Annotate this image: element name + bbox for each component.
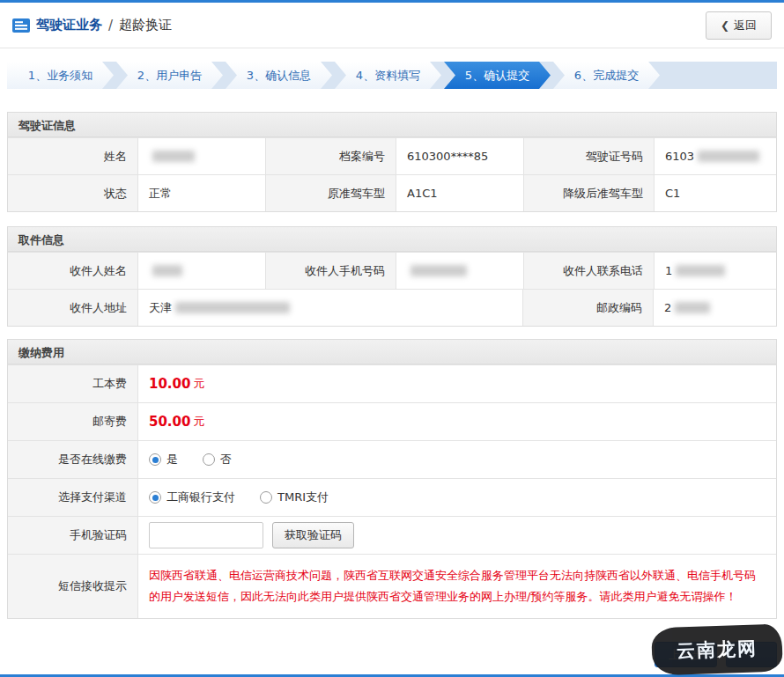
steps-progress-bar: 1、业务须知 2、用户申告 3、确认信息 4、资料填写 5、确认提交 6、完成提… — [7, 62, 777, 89]
redacted-name — [152, 151, 195, 162]
name-label: 姓名 — [8, 138, 137, 174]
file-no-value: 610300****85 — [396, 138, 523, 174]
postage-fee-label: 邮寄费 — [8, 403, 137, 440]
redacted-recipient-name — [152, 265, 182, 276]
channel-tmri-option[interactable]: TMRI支付 — [260, 489, 329, 505]
address-label: 收件人地址 — [8, 290, 137, 326]
cost-fee-label: 工本费 — [8, 365, 137, 402]
step-label: 3、确认信息 — [247, 68, 311, 84]
redacted-license-no — [698, 151, 759, 162]
license-section-title: 驾驶证信息 — [8, 113, 776, 137]
sms-tip-label: 短信接收提示 — [8, 555, 137, 618]
online-pay-yes-option[interactable]: 是 — [149, 452, 178, 467]
sms-tip-value: 因陕西省联通、电信运营商技术问题，陕西省互联网交通安全综合服务管理平台无法向持陕… — [137, 555, 776, 618]
step-label: 6、完成提交 — [574, 68, 639, 84]
sms-code-controls: 获取验证码 — [137, 517, 776, 554]
cost-fee-value: 10.00 元 — [137, 365, 776, 402]
tel-prefix: 1 — [665, 264, 672, 277]
step-4-fill-materials: 4、资料填写 — [335, 62, 441, 89]
step-label: 2、用户申告 — [137, 68, 202, 84]
form-list-icon — [12, 18, 30, 33]
watermark-text: 云南龙网 — [677, 636, 758, 663]
redacted-mobile — [410, 265, 467, 276]
radio-unchecked-icon[interactable] — [203, 453, 215, 466]
chevron-left-icon: ❮ — [721, 19, 729, 32]
file-no-label: 档案编号 — [265, 138, 396, 174]
redacted-address — [175, 302, 290, 313]
name-value — [137, 138, 265, 174]
watermark: 云南龙网 — [651, 623, 783, 675]
step-label: 1、业务须知 — [28, 68, 92, 84]
online-pay-yes-label: 是 — [166, 452, 178, 467]
down-class-value: C1 — [654, 175, 776, 211]
recipient-tel-value: 1 — [654, 253, 776, 289]
channel-tmri-label: TMRI支付 — [277, 489, 329, 505]
table-row: 短信接收提示 因陕西省联通、电信运营商技术问题，陕西省互联网交通安全综合服务管理… — [8, 554, 776, 618]
channel-icbc-label: 工商银行支付 — [166, 489, 235, 505]
online-pay-no-label: 否 — [220, 452, 232, 467]
pickup-info-section: 取件信息 收件人姓名 收件人手机号码 收件人联系电话 1 收件人地址 天津 邮政… — [7, 226, 777, 327]
step-5-confirm-submit-active: 5、确认提交 — [444, 62, 551, 89]
sms-code-label: 手机验证码 — [8, 517, 137, 554]
postcode-prefix: 2 — [664, 301, 671, 314]
step-1-business-notice: 1、业务须知 — [7, 62, 114, 89]
table-row: 收件人地址 天津 邮政编码 2 — [8, 289, 776, 326]
license-info-section: 驾驶证信息 姓名 档案编号 610300****85 驾驶证号码 6103 状态… — [7, 112, 777, 212]
status-label: 状态 — [8, 175, 137, 211]
sms-tip-text: 因陕西省联通、电信运营商技术问题，陕西省互联网交通安全综合服务管理平台无法向持陕… — [149, 556, 766, 616]
table-row: 工本费 10.00 元 — [8, 364, 776, 402]
redacted-tel — [676, 265, 725, 276]
fees-section-title: 缴纳费用 — [8, 340, 776, 364]
back-button[interactable]: ❮ 返回 — [706, 11, 772, 40]
back-label: 返回 — [734, 18, 757, 33]
postage-fee-unit: 元 — [193, 414, 204, 430]
postcode-value: 2 — [653, 290, 776, 326]
get-code-button[interactable]: 获取验证码 — [272, 522, 354, 548]
status-value: 正常 — [137, 175, 265, 211]
sms-code-input[interactable] — [149, 522, 263, 548]
step-3-confirm-info: 3、确认信息 — [226, 62, 332, 89]
cost-fee-amount: 10.00 — [149, 376, 190, 392]
license-no-label: 驾驶证号码 — [523, 138, 654, 174]
online-pay-options: 是 否 — [137, 441, 776, 478]
table-row: 姓名 档案编号 610300****85 驾驶证号码 6103 — [8, 137, 776, 174]
table-row: 邮寄费 50.00 元 — [8, 402, 776, 440]
recipient-name-value — [137, 253, 265, 289]
table-row: 是否在线缴费 是 否 — [8, 440, 776, 478]
online-pay-label: 是否在线缴费 — [8, 441, 137, 478]
postage-fee-amount: 50.00 — [149, 414, 190, 430]
pickup-section-title: 取件信息 — [8, 227, 776, 252]
title-separator: / — [108, 18, 113, 33]
channel-icbc-option[interactable]: 工商银行支付 — [149, 489, 235, 505]
license-no-prefix: 6103 — [665, 150, 694, 163]
radio-checked-icon[interactable] — [149, 453, 161, 466]
down-class-label: 降级后准驾车型 — [523, 175, 654, 211]
radio-unchecked-icon[interactable] — [260, 491, 272, 504]
step-label: 5、确认提交 — [465, 68, 529, 84]
page-title: 驾驶证业务 / 超龄换证 — [12, 17, 172, 33]
pay-channel-label: 选择支付渠道 — [8, 479, 137, 516]
postage-fee-value: 50.00 元 — [137, 403, 776, 440]
recipient-tel-label: 收件人联系电话 — [523, 253, 654, 289]
recipient-name-label: 收件人姓名 — [8, 253, 137, 289]
title-primary: 驾驶证业务 — [36, 17, 102, 33]
license-no-value: 6103 — [654, 138, 776, 174]
header: 驾驶证业务 / 超龄换证 ❮ 返回 — [0, 3, 784, 48]
online-pay-no-option[interactable]: 否 — [203, 452, 232, 467]
address-value: 天津 — [137, 290, 522, 326]
fees-section: 缴纳费用 工本费 10.00 元 邮寄费 50.00 元 是否在线缴费 是 否 … — [7, 339, 777, 619]
step-label: 4、资料填写 — [356, 68, 420, 84]
table-row: 收件人姓名 收件人手机号码 收件人联系电话 1 — [8, 252, 776, 289]
title-secondary: 超龄换证 — [119, 17, 172, 33]
table-row: 选择支付渠道 工商银行支付 TMRI支付 — [8, 478, 776, 516]
radio-checked-icon[interactable] — [149, 491, 161, 504]
postcode-label: 邮政编码 — [522, 290, 653, 326]
table-row: 手机验证码 获取验证码 — [8, 516, 776, 554]
step-6-complete-submit: 6、完成提交 — [553, 62, 660, 89]
address-prefix: 天津 — [149, 300, 172, 316]
redacted-postcode — [675, 302, 710, 313]
cost-fee-unit: 元 — [193, 376, 204, 392]
recipient-mobile-label: 收件人手机号码 — [265, 253, 396, 289]
orig-class-label: 原准驾车型 — [265, 175, 396, 211]
step-2-user-declaration: 2、用户申告 — [116, 62, 223, 89]
